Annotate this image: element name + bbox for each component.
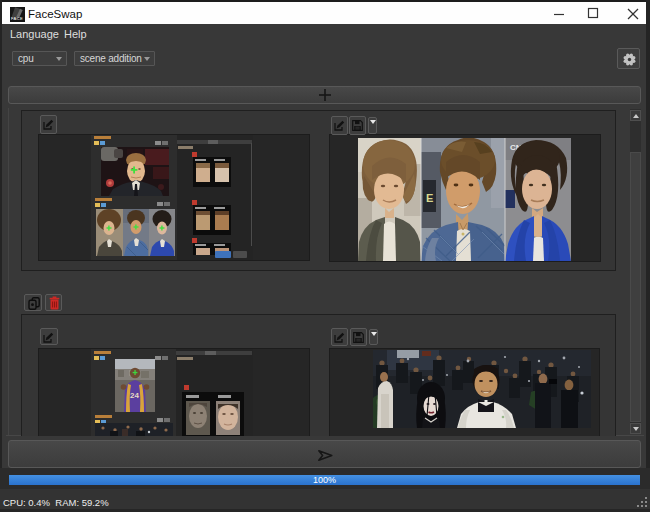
svg-text:24: 24 (130, 391, 139, 400)
svg-text:E: E (426, 192, 433, 204)
